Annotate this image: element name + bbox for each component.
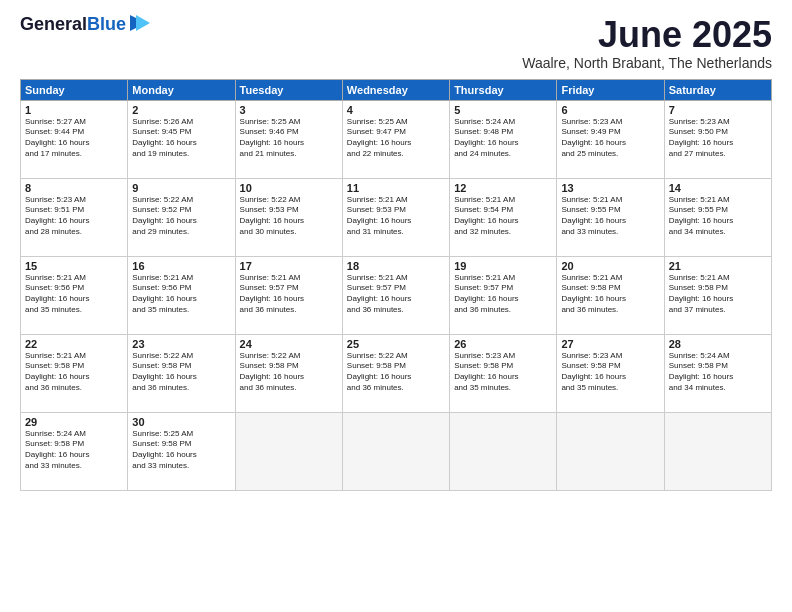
calendar-cell: 29Sunrise: 5:24 AM Sunset: 9:58 PM Dayli… <box>21 412 128 490</box>
header-saturday: Saturday <box>664 79 771 100</box>
calendar-week-5: 29Sunrise: 5:24 AM Sunset: 9:58 PM Dayli… <box>21 412 772 490</box>
day-number: 6 <box>561 104 659 116</box>
cell-daylight-info: Sunrise: 5:24 AM Sunset: 9:48 PM Dayligh… <box>454 117 552 160</box>
cell-daylight-info: Sunrise: 5:21 AM Sunset: 9:57 PM Dayligh… <box>454 273 552 316</box>
cell-daylight-info: Sunrise: 5:22 AM Sunset: 9:58 PM Dayligh… <box>132 351 230 394</box>
day-number: 21 <box>669 260 767 272</box>
calendar-cell: 19Sunrise: 5:21 AM Sunset: 9:57 PM Dayli… <box>450 256 557 334</box>
cell-daylight-info: Sunrise: 5:22 AM Sunset: 9:52 PM Dayligh… <box>132 195 230 238</box>
day-number: 7 <box>669 104 767 116</box>
calendar-cell: 8Sunrise: 5:23 AM Sunset: 9:51 PM Daylig… <box>21 178 128 256</box>
calendar-cell: 21Sunrise: 5:21 AM Sunset: 9:58 PM Dayli… <box>664 256 771 334</box>
day-number: 13 <box>561 182 659 194</box>
day-number: 28 <box>669 338 767 350</box>
day-number: 22 <box>25 338 123 350</box>
day-number: 8 <box>25 182 123 194</box>
cell-daylight-info: Sunrise: 5:25 AM Sunset: 9:46 PM Dayligh… <box>240 117 338 160</box>
header-sunday: Sunday <box>21 79 128 100</box>
day-number: 18 <box>347 260 445 272</box>
calendar-cell: 7Sunrise: 5:23 AM Sunset: 9:50 PM Daylig… <box>664 100 771 178</box>
day-number: 11 <box>347 182 445 194</box>
day-number: 27 <box>561 338 659 350</box>
header-thursday: Thursday <box>450 79 557 100</box>
day-number: 17 <box>240 260 338 272</box>
calendar-cell: 10Sunrise: 5:22 AM Sunset: 9:53 PM Dayli… <box>235 178 342 256</box>
day-number: 30 <box>132 416 230 428</box>
cell-daylight-info: Sunrise: 5:21 AM Sunset: 9:56 PM Dayligh… <box>25 273 123 316</box>
cell-daylight-info: Sunrise: 5:21 AM Sunset: 9:58 PM Dayligh… <box>669 273 767 316</box>
calendar-week-1: 1Sunrise: 5:27 AM Sunset: 9:44 PM Daylig… <box>21 100 772 178</box>
calendar-cell: 23Sunrise: 5:22 AM Sunset: 9:58 PM Dayli… <box>128 334 235 412</box>
cell-daylight-info: Sunrise: 5:24 AM Sunset: 9:58 PM Dayligh… <box>25 429 123 472</box>
month-title: June 2025 <box>522 15 772 55</box>
calendar-cell: 1Sunrise: 5:27 AM Sunset: 9:44 PM Daylig… <box>21 100 128 178</box>
cell-daylight-info: Sunrise: 5:24 AM Sunset: 9:58 PM Dayligh… <box>669 351 767 394</box>
calendar-week-2: 8Sunrise: 5:23 AM Sunset: 9:51 PM Daylig… <box>21 178 772 256</box>
cell-daylight-info: Sunrise: 5:21 AM Sunset: 9:57 PM Dayligh… <box>347 273 445 316</box>
day-number: 14 <box>669 182 767 194</box>
cell-daylight-info: Sunrise: 5:21 AM Sunset: 9:54 PM Dayligh… <box>454 195 552 238</box>
calendar-cell: 15Sunrise: 5:21 AM Sunset: 9:56 PM Dayli… <box>21 256 128 334</box>
cell-daylight-info: Sunrise: 5:22 AM Sunset: 9:58 PM Dayligh… <box>347 351 445 394</box>
cell-daylight-info: Sunrise: 5:21 AM Sunset: 9:58 PM Dayligh… <box>561 273 659 316</box>
svg-marker-1 <box>136 15 150 31</box>
calendar-cell <box>235 412 342 490</box>
cell-daylight-info: Sunrise: 5:23 AM Sunset: 9:50 PM Dayligh… <box>669 117 767 160</box>
cell-daylight-info: Sunrise: 5:25 AM Sunset: 9:58 PM Dayligh… <box>132 429 230 472</box>
day-number: 19 <box>454 260 552 272</box>
header: GeneralBlue June 2025 Waalre, North Brab… <box>20 15 772 71</box>
day-number: 2 <box>132 104 230 116</box>
day-number: 26 <box>454 338 552 350</box>
calendar-cell <box>342 412 449 490</box>
calendar-cell: 12Sunrise: 5:21 AM Sunset: 9:54 PM Dayli… <box>450 178 557 256</box>
calendar-cell: 27Sunrise: 5:23 AM Sunset: 9:58 PM Dayli… <box>557 334 664 412</box>
day-number: 4 <box>347 104 445 116</box>
calendar-week-4: 22Sunrise: 5:21 AM Sunset: 9:58 PM Dayli… <box>21 334 772 412</box>
calendar-cell: 9Sunrise: 5:22 AM Sunset: 9:52 PM Daylig… <box>128 178 235 256</box>
cell-daylight-info: Sunrise: 5:22 AM Sunset: 9:58 PM Dayligh… <box>240 351 338 394</box>
calendar-table: SundayMondayTuesdayWednesdayThursdayFrid… <box>20 79 772 491</box>
day-number: 9 <box>132 182 230 194</box>
calendar-cell: 14Sunrise: 5:21 AM Sunset: 9:55 PM Dayli… <box>664 178 771 256</box>
day-number: 1 <box>25 104 123 116</box>
day-number: 23 <box>132 338 230 350</box>
cell-daylight-info: Sunrise: 5:26 AM Sunset: 9:45 PM Dayligh… <box>132 117 230 160</box>
calendar-cell: 13Sunrise: 5:21 AM Sunset: 9:55 PM Dayli… <box>557 178 664 256</box>
logo-arrow-icon <box>128 13 150 33</box>
day-number: 24 <box>240 338 338 350</box>
cell-daylight-info: Sunrise: 5:23 AM Sunset: 9:49 PM Dayligh… <box>561 117 659 160</box>
calendar-cell: 11Sunrise: 5:21 AM Sunset: 9:53 PM Dayli… <box>342 178 449 256</box>
header-tuesday: Tuesday <box>235 79 342 100</box>
calendar-cell: 5Sunrise: 5:24 AM Sunset: 9:48 PM Daylig… <box>450 100 557 178</box>
day-number: 16 <box>132 260 230 272</box>
cell-daylight-info: Sunrise: 5:21 AM Sunset: 9:55 PM Dayligh… <box>669 195 767 238</box>
calendar-cell: 6Sunrise: 5:23 AM Sunset: 9:49 PM Daylig… <box>557 100 664 178</box>
calendar-cell <box>664 412 771 490</box>
calendar-cell: 17Sunrise: 5:21 AM Sunset: 9:57 PM Dayli… <box>235 256 342 334</box>
calendar-cell: 18Sunrise: 5:21 AM Sunset: 9:57 PM Dayli… <box>342 256 449 334</box>
cell-daylight-info: Sunrise: 5:21 AM Sunset: 9:58 PM Dayligh… <box>25 351 123 394</box>
calendar-cell: 28Sunrise: 5:24 AM Sunset: 9:58 PM Dayli… <box>664 334 771 412</box>
day-number: 15 <box>25 260 123 272</box>
location-subtitle: Waalre, North Brabant, The Netherlands <box>522 55 772 71</box>
day-number: 25 <box>347 338 445 350</box>
cell-daylight-info: Sunrise: 5:23 AM Sunset: 9:51 PM Dayligh… <box>25 195 123 238</box>
day-number: 20 <box>561 260 659 272</box>
header-monday: Monday <box>128 79 235 100</box>
calendar-cell: 3Sunrise: 5:25 AM Sunset: 9:46 PM Daylig… <box>235 100 342 178</box>
calendar-week-3: 15Sunrise: 5:21 AM Sunset: 9:56 PM Dayli… <box>21 256 772 334</box>
calendar-cell: 25Sunrise: 5:22 AM Sunset: 9:58 PM Dayli… <box>342 334 449 412</box>
calendar-cell <box>450 412 557 490</box>
day-number: 12 <box>454 182 552 194</box>
day-number: 5 <box>454 104 552 116</box>
calendar-cell <box>557 412 664 490</box>
day-number: 29 <box>25 416 123 428</box>
logo: GeneralBlue <box>20 15 150 35</box>
cell-daylight-info: Sunrise: 5:25 AM Sunset: 9:47 PM Dayligh… <box>347 117 445 160</box>
cell-daylight-info: Sunrise: 5:21 AM Sunset: 9:53 PM Dayligh… <box>347 195 445 238</box>
header-wednesday: Wednesday <box>342 79 449 100</box>
calendar-header-row: SundayMondayTuesdayWednesdayThursdayFrid… <box>21 79 772 100</box>
logo-text: GeneralBlue <box>20 15 126 35</box>
calendar-cell: 22Sunrise: 5:21 AM Sunset: 9:58 PM Dayli… <box>21 334 128 412</box>
day-number: 3 <box>240 104 338 116</box>
